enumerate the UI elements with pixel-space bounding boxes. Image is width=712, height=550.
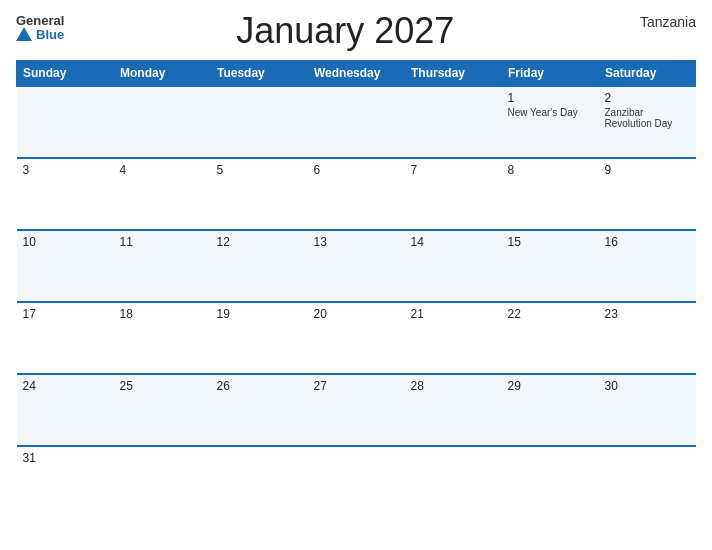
- logo-triangle-icon: [16, 27, 32, 41]
- holiday-label: Zanzibar Revolution Day: [605, 107, 690, 129]
- day-number: 28: [411, 379, 496, 393]
- calendar-cell: 28: [405, 374, 502, 446]
- calendar-cell: 1New Year's Day: [502, 86, 599, 158]
- day-number: 4: [120, 163, 205, 177]
- calendar-cell: [308, 446, 405, 518]
- calendar-cell: 10: [17, 230, 114, 302]
- day-number: 23: [605, 307, 690, 321]
- calendar-cell: 11: [114, 230, 211, 302]
- calendar-cell: 22: [502, 302, 599, 374]
- day-number: 10: [23, 235, 108, 249]
- day-number: 18: [120, 307, 205, 321]
- calendar-cell: 18: [114, 302, 211, 374]
- calendar-cell: 31: [17, 446, 114, 518]
- day-number: 24: [23, 379, 108, 393]
- calendar-cell: 21: [405, 302, 502, 374]
- calendar-cell: 26: [211, 374, 308, 446]
- header-row: Sunday Monday Tuesday Wednesday Thursday…: [17, 61, 696, 87]
- calendar-cell: 14: [405, 230, 502, 302]
- col-thursday: Thursday: [405, 61, 502, 87]
- calendar-cell: 17: [17, 302, 114, 374]
- day-number: 15: [508, 235, 593, 249]
- calendar-cell: [405, 446, 502, 518]
- day-number: 31: [23, 451, 108, 465]
- day-number: 6: [314, 163, 399, 177]
- calendar-cell: 12: [211, 230, 308, 302]
- day-number: 26: [217, 379, 302, 393]
- calendar-cell: [211, 86, 308, 158]
- calendar-cell: 8: [502, 158, 599, 230]
- col-saturday: Saturday: [599, 61, 696, 87]
- week-row-3: 17181920212223: [17, 302, 696, 374]
- day-number: 14: [411, 235, 496, 249]
- calendar-title: January 2027: [64, 10, 626, 52]
- week-row-1: 3456789: [17, 158, 696, 230]
- day-number: 25: [120, 379, 205, 393]
- calendar-cell: 5: [211, 158, 308, 230]
- page: General Blue January 2027 Tanzania Sunda…: [0, 0, 712, 550]
- day-number: 27: [314, 379, 399, 393]
- header: General Blue January 2027 Tanzania: [16, 14, 696, 52]
- logo-general-text: General: [16, 14, 64, 27]
- calendar-cell: 30: [599, 374, 696, 446]
- day-number: 19: [217, 307, 302, 321]
- calendar-cell: 2Zanzibar Revolution Day: [599, 86, 696, 158]
- week-row-4: 24252627282930: [17, 374, 696, 446]
- day-number: 7: [411, 163, 496, 177]
- day-number: 20: [314, 307, 399, 321]
- week-row-5: 31: [17, 446, 696, 518]
- day-number: 21: [411, 307, 496, 321]
- day-number: 29: [508, 379, 593, 393]
- calendar-table: Sunday Monday Tuesday Wednesday Thursday…: [16, 60, 696, 518]
- calendar-cell: [211, 446, 308, 518]
- day-number: 11: [120, 235, 205, 249]
- day-number: 9: [605, 163, 690, 177]
- calendar-cell: 23: [599, 302, 696, 374]
- col-tuesday: Tuesday: [211, 61, 308, 87]
- calendar-cell: 25: [114, 374, 211, 446]
- day-number: 5: [217, 163, 302, 177]
- week-row-0: 1New Year's Day2Zanzibar Revolution Day: [17, 86, 696, 158]
- logo-blue-row: Blue: [16, 27, 64, 41]
- calendar-cell: 3: [17, 158, 114, 230]
- logo: General Blue: [16, 14, 64, 41]
- day-number: 12: [217, 235, 302, 249]
- logo-blue-text: Blue: [36, 28, 64, 41]
- calendar-cell: 27: [308, 374, 405, 446]
- day-number: 30: [605, 379, 690, 393]
- calendar-cell: 4: [114, 158, 211, 230]
- country-label: Tanzania: [626, 14, 696, 30]
- calendar-cell: [502, 446, 599, 518]
- calendar-cell: 7: [405, 158, 502, 230]
- calendar-cell: [405, 86, 502, 158]
- calendar-cell: [599, 446, 696, 518]
- calendar-cell: [308, 86, 405, 158]
- day-number: 22: [508, 307, 593, 321]
- calendar-cell: 19: [211, 302, 308, 374]
- calendar-cell: [114, 446, 211, 518]
- calendar-cell: 29: [502, 374, 599, 446]
- day-number: 13: [314, 235, 399, 249]
- calendar-cell: 6: [308, 158, 405, 230]
- day-number: 8: [508, 163, 593, 177]
- calendar-cell: 20: [308, 302, 405, 374]
- calendar-cell: 9: [599, 158, 696, 230]
- day-number: 1: [508, 91, 593, 105]
- calendar-cell: 15: [502, 230, 599, 302]
- col-friday: Friday: [502, 61, 599, 87]
- week-row-2: 10111213141516: [17, 230, 696, 302]
- col-sunday: Sunday: [17, 61, 114, 87]
- holiday-label: New Year's Day: [508, 107, 593, 118]
- day-number: 16: [605, 235, 690, 249]
- day-number: 2: [605, 91, 690, 105]
- calendar-cell: [17, 86, 114, 158]
- calendar-cell: 16: [599, 230, 696, 302]
- calendar-cell: 24: [17, 374, 114, 446]
- col-wednesday: Wednesday: [308, 61, 405, 87]
- day-number: 17: [23, 307, 108, 321]
- day-number: 3: [23, 163, 108, 177]
- calendar-cell: 13: [308, 230, 405, 302]
- calendar-cell: [114, 86, 211, 158]
- col-monday: Monday: [114, 61, 211, 87]
